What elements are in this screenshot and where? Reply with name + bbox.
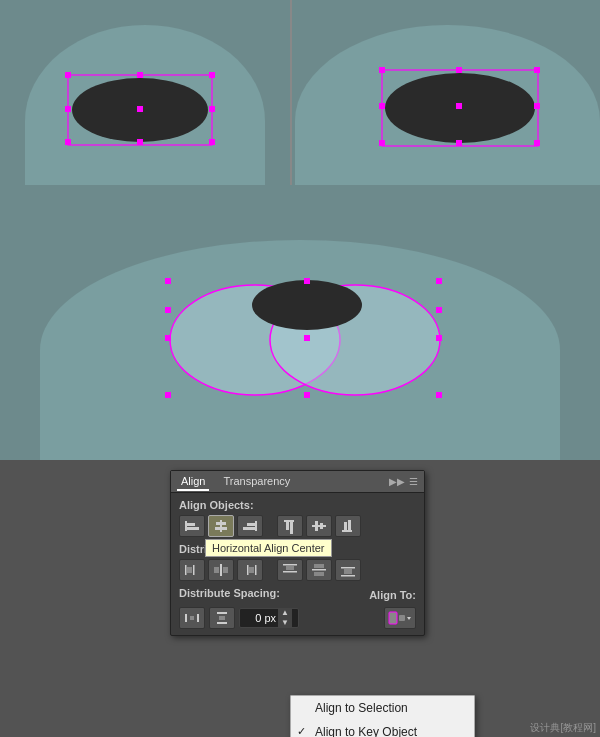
svg-rect-71 — [344, 569, 352, 574]
dist-top-btn[interactable] — [277, 559, 303, 581]
svg-rect-55 — [193, 565, 195, 575]
svg-rect-57 — [220, 564, 222, 576]
spacing-down-btn[interactable]: ▼ — [278, 618, 292, 628]
svg-rect-45 — [284, 520, 294, 522]
svg-rect-44 — [243, 527, 255, 530]
svg-rect-63 — [283, 564, 297, 566]
dist-right-btn[interactable] — [237, 559, 263, 581]
tab-transparency[interactable]: Transparency — [219, 473, 294, 491]
tab-align[interactable]: Align — [177, 473, 209, 491]
top-left-shape — [25, 25, 265, 185]
spacing-row: 0 px ▲ ▼ — [179, 607, 416, 629]
svg-rect-58 — [214, 567, 219, 573]
svg-rect-74 — [190, 616, 194, 620]
panel-menu-icon[interactable]: ▶▶ — [389, 476, 405, 487]
dist-v-spacing-btn[interactable] — [209, 607, 235, 629]
dist-vcenter-btn[interactable] — [306, 559, 332, 581]
svg-rect-73 — [197, 614, 199, 622]
dropdown-item-key-object[interactable]: Align to Key Object — [291, 720, 474, 737]
top-right-blob — [295, 0, 600, 185]
svg-rect-66 — [312, 569, 326, 571]
distribute-objects-label: Distribute Objects: — [179, 543, 416, 555]
dist-left-btn[interactable] — [179, 559, 205, 581]
svg-rect-53 — [348, 520, 351, 530]
panel-controls: ▶▶ ☰ — [389, 476, 418, 487]
svg-rect-47 — [290, 522, 293, 534]
panel-area: Align Transparency ▶▶ ☰ Align Objects: — [0, 460, 600, 737]
svg-rect-70 — [341, 567, 355, 569]
top-right-shape — [295, 25, 600, 185]
svg-rect-65 — [286, 566, 294, 570]
svg-rect-75 — [217, 612, 227, 614]
svg-rect-39 — [220, 520, 222, 532]
align-to-dropdown-btn[interactable] — [384, 607, 416, 629]
svg-rect-60 — [255, 565, 257, 575]
top-left-blob — [0, 0, 290, 185]
align-bottom-btn[interactable] — [335, 515, 361, 537]
align-objects-label: Align Objects: — [179, 499, 416, 511]
dist-h-spacing-btn[interactable] — [179, 607, 205, 629]
align-hcenter-btn[interactable] — [208, 515, 234, 537]
svg-rect-59 — [223, 567, 228, 573]
svg-rect-77 — [219, 616, 225, 620]
dropdown-item-selection[interactable]: Align to Selection — [291, 696, 474, 720]
svg-rect-43 — [247, 523, 255, 526]
dist-bottom-btn[interactable] — [335, 559, 361, 581]
canvas-divider — [290, 0, 292, 185]
panel-body: Align Objects: — [171, 493, 424, 635]
align-objects-row: Horizontal Align Center — [179, 515, 416, 537]
svg-rect-48 — [312, 525, 326, 527]
panel-close-icon[interactable]: ☰ — [409, 476, 418, 487]
svg-rect-41 — [215, 527, 227, 530]
svg-rect-78 — [389, 612, 397, 624]
align-top-btn[interactable] — [277, 515, 303, 537]
panel-tabs: Align Transparency — [177, 473, 389, 491]
spacing-spinner: ▲ ▼ — [278, 608, 292, 628]
svg-rect-76 — [217, 622, 227, 624]
svg-rect-69 — [341, 575, 355, 577]
spacing-up-btn[interactable]: ▲ — [278, 608, 292, 618]
watermark-text: 设计典[教程网] — [530, 721, 596, 735]
svg-rect-72 — [185, 614, 187, 622]
svg-rect-62 — [249, 567, 254, 573]
panel-titlebar: Align Transparency ▶▶ ☰ — [171, 471, 424, 493]
align-to-label: Align To: — [369, 589, 416, 601]
svg-rect-46 — [286, 522, 289, 530]
bottom-blob-area — [0, 190, 600, 460]
svg-rect-37 — [187, 523, 195, 526]
svg-rect-61 — [247, 565, 249, 575]
distribute-spacing-label: Distribute Spacing: — [179, 587, 280, 599]
svg-rect-38 — [187, 527, 199, 530]
align-panel: Align Transparency ▶▶ ☰ Align Objects: — [170, 470, 425, 636]
distribute-objects-row — [179, 559, 416, 581]
svg-rect-56 — [187, 567, 192, 573]
svg-marker-80 — [407, 617, 411, 620]
svg-rect-36 — [185, 521, 187, 531]
svg-rect-40 — [216, 522, 226, 525]
svg-rect-51 — [342, 530, 352, 532]
align-vcenter-btn[interactable] — [306, 515, 332, 537]
svg-rect-49 — [315, 521, 318, 531]
bottom-blob-shape — [40, 240, 560, 460]
dist-hcenter-btn[interactable] — [208, 559, 234, 581]
align-to-dropdown-menu: Align to Selection Align to Key Object A… — [290, 695, 475, 737]
svg-rect-67 — [314, 564, 324, 568]
spacing-input[interactable]: 0 px — [240, 612, 278, 624]
align-left-btn[interactable] — [179, 515, 205, 537]
align-right-btn[interactable] — [237, 515, 263, 537]
svg-rect-79 — [399, 615, 405, 621]
svg-rect-42 — [255, 521, 257, 531]
canvas-area — [0, 0, 600, 460]
svg-rect-64 — [283, 571, 297, 573]
svg-rect-52 — [344, 522, 347, 530]
svg-rect-50 — [320, 523, 323, 529]
spacing-input-group: 0 px ▲ ▼ — [239, 608, 299, 628]
svg-rect-54 — [185, 565, 187, 575]
svg-rect-68 — [314, 572, 324, 576]
